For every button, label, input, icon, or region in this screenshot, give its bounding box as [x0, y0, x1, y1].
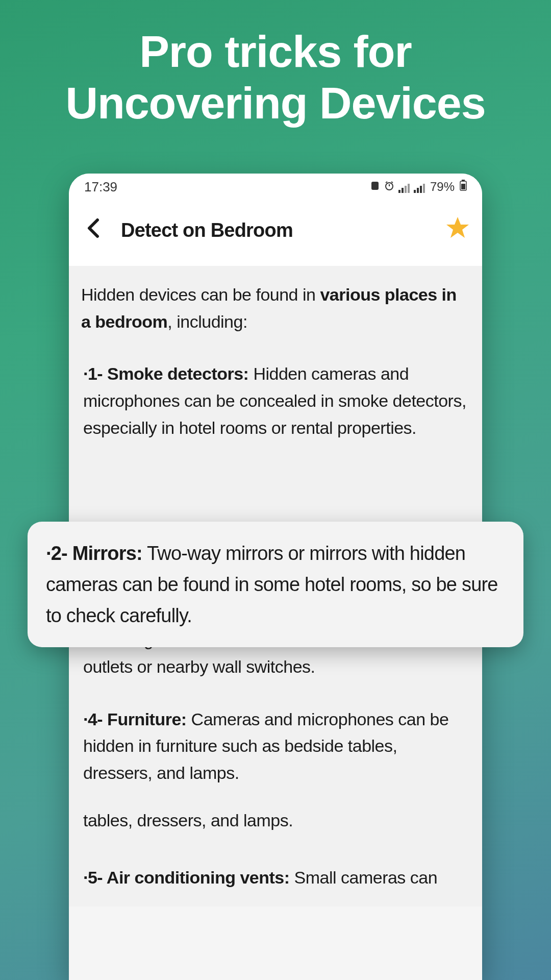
- page-title: Detect on Bedroom: [121, 219, 430, 241]
- signal-icon: [398, 182, 410, 192]
- svg-rect-7: [405, 186, 407, 193]
- item-label: ·4- Furniture:: [83, 709, 187, 729]
- callout-label: ·2- Mirrors:: [46, 543, 142, 564]
- intro-paragraph: Hidden devices can be found in various p…: [81, 281, 470, 335]
- intro-suffix: , including:: [167, 312, 247, 331]
- svg-marker-16: [446, 217, 469, 238]
- signal-icon: [414, 182, 425, 192]
- svg-rect-10: [417, 188, 419, 193]
- svg-rect-9: [414, 190, 416, 193]
- promo-line-2: Uncovering Devices: [65, 78, 485, 128]
- battery-icon: [460, 180, 467, 194]
- svg-line-3: [386, 182, 387, 183]
- battery-percent: 79%: [430, 180, 455, 194]
- list-item: ·1- Smoke detectors: Hidden cameras and …: [81, 360, 470, 441]
- list-item: ·4- Furniture: Cameras and microphones c…: [81, 706, 470, 787]
- item-label: ·5- Air conditioning vents:: [83, 868, 290, 887]
- svg-rect-0: [371, 182, 379, 190]
- svg-rect-15: [461, 184, 465, 189]
- back-button[interactable]: [81, 218, 106, 243]
- highlighted-tip-callout: ·2- Mirrors: Two-way mirrors or mirrors …: [28, 522, 523, 647]
- list-item: ·5- Air conditioning vents: Small camera…: [81, 864, 470, 891]
- intro-prefix: Hidden devices can be found in: [81, 285, 320, 304]
- svg-line-4: [391, 182, 393, 183]
- item-label: ·1- Smoke detectors:: [83, 364, 248, 383]
- promo-headline: Pro tricks for Uncovering Devices: [0, 0, 551, 129]
- svg-rect-5: [398, 190, 400, 193]
- svg-rect-6: [402, 188, 404, 193]
- item-text: Small cameras can: [290, 868, 438, 887]
- svg-rect-12: [423, 184, 425, 193]
- status-time: 17:39: [84, 179, 117, 195]
- status-right: 79%: [370, 180, 467, 194]
- status-icons: [370, 180, 425, 194]
- svg-rect-11: [420, 186, 422, 193]
- promo-line-1: Pro tricks for: [139, 26, 412, 77]
- alarm-icon: [384, 180, 394, 194]
- repeated-fragment: tables, dressers, and lamps.: [81, 807, 470, 834]
- svg-rect-8: [408, 184, 410, 193]
- app-header: Detect on Bedroom: [69, 200, 482, 266]
- favorite-button[interactable]: [445, 215, 470, 246]
- status-bar: 17:39 79%: [69, 174, 482, 200]
- notification-icon: [370, 180, 380, 194]
